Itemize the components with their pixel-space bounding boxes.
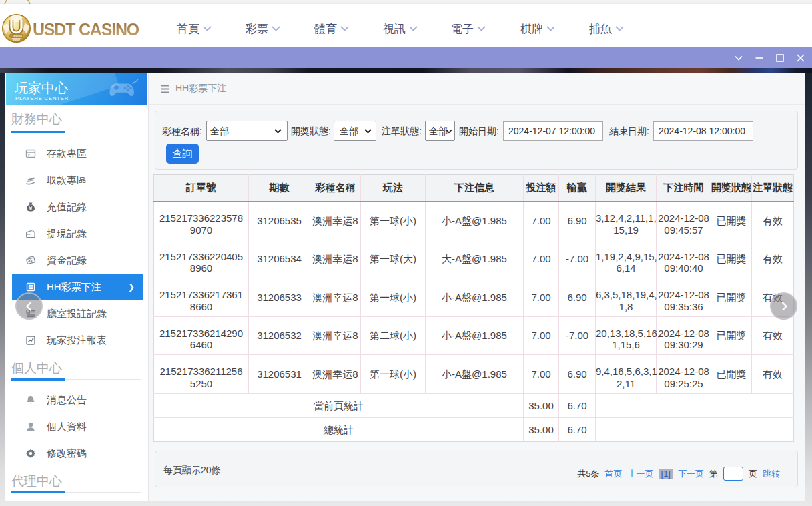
svg-text:Casino: Casino — [11, 34, 22, 38]
